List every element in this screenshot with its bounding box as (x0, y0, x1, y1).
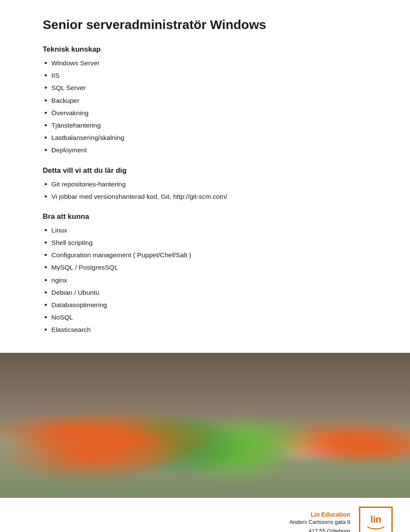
office-photo (0, 353, 410, 498)
list-item: IIS (43, 70, 367, 81)
list-item: Configuration management ( Puppet/Chef/S… (43, 250, 367, 261)
list-item: Övervakning (43, 108, 367, 119)
list-item: Backuper (43, 96, 367, 106)
bra-att-kunna-list: Linux Shell scripting Configuration mana… (43, 225, 367, 336)
list-item: Windows Server (43, 58, 367, 69)
list-item: Tjänstehantering (43, 120, 367, 131)
list-item: SQL Server (43, 83, 367, 93)
list-item: Deployment (43, 145, 367, 156)
list-item: Databasoptimering (43, 300, 367, 311)
content-area: Senior serveradministratör Windows Tekni… (0, 0, 410, 353)
footer-address: Anders Carlssons gata 9 417 55 Göteborg (290, 518, 350, 532)
list-item: Shell scripting (43, 238, 367, 248)
section-heading-detta: Detta vill vi att du lär dig (43, 166, 367, 175)
list-item: NoSQL (43, 312, 367, 323)
footer-company-name: Lin Education (290, 511, 350, 518)
list-item: MySQL / PostgresSQL (43, 262, 367, 273)
section-heading-teknisk: Teknisk kunskap (43, 45, 367, 54)
list-item: Lastbalansering/skalning (43, 133, 367, 143)
page-title: Senior serveradministratör Windows (43, 17, 367, 32)
list-item: Linux (43, 225, 367, 236)
list-item: Debian / Ubuntu (43, 288, 367, 298)
section-heading-bra: Bra att kunna (43, 212, 367, 221)
list-item: Elasticsearch (43, 325, 367, 335)
photo-overlay (0, 353, 410, 498)
detta-vill-list: Git repositories-hantering Vi jobbar med… (43, 179, 367, 202)
list-item: Vi jobbar med versionshanterad kod, Git,… (43, 192, 367, 202)
footer-text: Lin Education Anders Carlssons gata 9 41… (290, 511, 350, 532)
lin-education-logo: lin EDUCATION (359, 506, 393, 532)
teknisk-kunskap-list: Windows Server IIS SQL Server Backuper Ö… (43, 58, 367, 156)
list-item: Git repositories-hantering (43, 179, 367, 190)
footer: Lin Education Anders Carlssons gata 9 41… (0, 498, 410, 532)
page-wrapper: Senior serveradministratör Windows Tekni… (0, 0, 410, 532)
list-item: nginx (43, 275, 367, 286)
svg-text:lin: lin (370, 514, 381, 525)
